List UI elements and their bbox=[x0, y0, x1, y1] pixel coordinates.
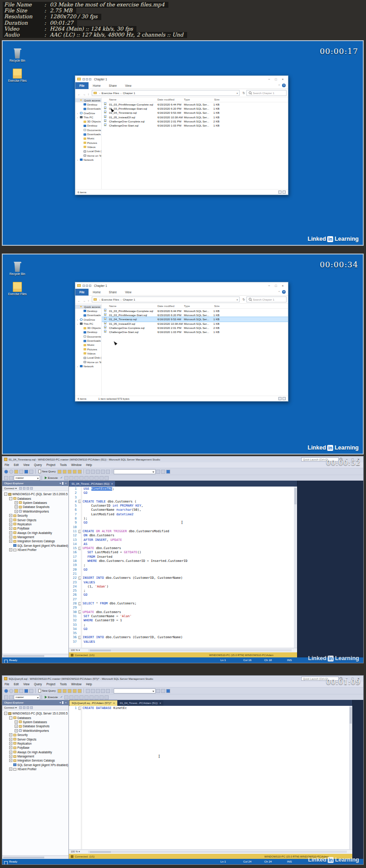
save-icon[interactable] bbox=[24, 689, 28, 693]
tree-node-always-on-high-availability[interactable]: +Always On High Availability bbox=[2, 750, 68, 754]
forward-button[interactable]: → bbox=[83, 299, 86, 302]
tree-node-security[interactable]: +Security bbox=[2, 513, 68, 518]
column-header-type[interactable]: Type bbox=[184, 97, 190, 102]
menu-view[interactable]: View bbox=[21, 682, 32, 687]
cut-icon[interactable] bbox=[86, 470, 90, 474]
menu-view[interactable]: View bbox=[21, 462, 32, 468]
ribbon-tab-share[interactable]: Share bbox=[105, 289, 121, 296]
expand-icon[interactable]: + bbox=[9, 738, 12, 741]
breadcrumb[interactable]: ›Exercise Files›Chapter 1▾ bbox=[92, 296, 240, 302]
parse-icon[interactable]: ✓ bbox=[60, 695, 63, 699]
expand-icon[interactable]: + bbox=[15, 510, 18, 513]
menu-query[interactable]: Query bbox=[32, 682, 44, 687]
sidebar-item-network[interactable]: ›Network bbox=[75, 158, 101, 162]
new-file-icon[interactable] bbox=[14, 470, 18, 474]
pin-icon[interactable] bbox=[62, 482, 63, 485]
sidebar-item-desktop[interactable]: Desktop bbox=[75, 102, 101, 106]
fold-icon[interactable]: − bbox=[78, 602, 82, 605]
details-view-button[interactable] bbox=[278, 397, 282, 400]
copy-icon[interactable] bbox=[91, 470, 95, 474]
expand-icon[interactable]: + bbox=[15, 501, 18, 504]
tree-toolbar-icon[interactable] bbox=[30, 487, 33, 490]
toolbar-icon[interactable] bbox=[94, 695, 99, 699]
file-row[interactable]: ChallengeOne-Start.sql6/16/2020 1:03 PMM… bbox=[102, 123, 288, 127]
new-query-button[interactable]: New Query bbox=[38, 689, 56, 693]
toolbar-icon[interactable] bbox=[74, 476, 78, 480]
toolbar-icon[interactable] bbox=[64, 695, 68, 699]
file-row[interactable]: 01_05_InsteadOf.sql6/16/2020 10:38 AMMic… bbox=[102, 322, 288, 326]
expand-icon[interactable]: + bbox=[15, 725, 18, 728]
toolbar-icon[interactable] bbox=[84, 695, 89, 699]
editor-vscrollbar[interactable] bbox=[349, 706, 352, 849]
breadcrumb[interactable]: ›Exercise Files›Chapter 1▾ bbox=[92, 90, 240, 96]
toolbar-icon[interactable] bbox=[78, 689, 82, 693]
file-row[interactable]: 01_03_PrintMessage-Complete.sql6/15/2020… bbox=[102, 102, 288, 106]
close-icon[interactable]: × bbox=[65, 481, 67, 486]
breadcrumb-item[interactable]: Chapter 1 bbox=[123, 298, 135, 301]
copy-icon[interactable] bbox=[91, 689, 95, 693]
file-row[interactable]: 01_03_PrintMessage-Start.sql6/15/2020 6:… bbox=[102, 313, 288, 317]
back-button[interactable]: ← bbox=[78, 93, 81, 96]
chevron-down-icon[interactable]: ▾ bbox=[78, 850, 80, 853]
redo-icon[interactable] bbox=[106, 689, 110, 693]
navigate-forward-icon[interactable] bbox=[161, 689, 165, 693]
quick-access-toolbar-icon[interactable] bbox=[89, 78, 91, 80]
file-row[interactable]: 01_04_Timestamp.sql6/16/2020 9:53 AMMicr… bbox=[102, 317, 288, 321]
maximize-button[interactable]: □ bbox=[272, 284, 279, 287]
toolbar-icon[interactable] bbox=[73, 470, 77, 474]
tree-toolbar-icon[interactable] bbox=[19, 487, 22, 490]
quick-access-toolbar-icon[interactable] bbox=[83, 285, 85, 287]
save-all-icon[interactable] bbox=[29, 689, 33, 693]
navigate-forward-icon[interactable] bbox=[161, 470, 165, 474]
back-button[interactable]: ← bbox=[78, 299, 81, 302]
connect-object-explorer-icon[interactable] bbox=[4, 470, 8, 474]
tree-node-security[interactable]: +Security bbox=[2, 733, 68, 737]
menu-project[interactable]: Project bbox=[44, 462, 58, 468]
expand-icon[interactable]: + bbox=[9, 523, 12, 526]
expand-icon[interactable]: + bbox=[9, 751, 12, 754]
new-database-query-icon[interactable] bbox=[58, 470, 62, 474]
expand-icon[interactable]: + bbox=[9, 531, 12, 535]
desktop-icon-recycle-bin[interactable]: Recycle Bin bbox=[6, 262, 28, 275]
toolbar-icon[interactable] bbox=[73, 689, 77, 693]
available-databases-icon[interactable] bbox=[4, 695, 8, 699]
fold-icon[interactable]: − bbox=[78, 707, 82, 710]
fold-icon[interactable]: − bbox=[78, 636, 82, 639]
sidebar-item-desktop[interactable]: Desktop bbox=[75, 309, 101, 313]
fold-icon[interactable]: − bbox=[78, 530, 82, 533]
editor-tab[interactable]: 01_04_Timest...PC\Adam (51))× bbox=[118, 700, 163, 706]
up-button[interactable]: ↑ bbox=[88, 93, 89, 96]
file-row[interactable]: 01_04_Timestamp.sql6/16/2020 9:53 AMMicr… bbox=[102, 111, 288, 115]
sidebar-item-local-disk-c[interactable]: Local Disk (C:) bbox=[75, 356, 101, 360]
column-header-name[interactable]: Name bbox=[109, 304, 116, 309]
toolbar-icon[interactable] bbox=[89, 476, 94, 480]
menu-edit[interactable]: Edit bbox=[11, 682, 21, 687]
large-icons-view-button[interactable] bbox=[282, 397, 286, 400]
tree-node-server-objects[interactable]: +Server Objects bbox=[2, 518, 68, 522]
menu-help[interactable]: Help bbox=[84, 462, 94, 468]
undo-icon[interactable] bbox=[101, 689, 105, 693]
tree-node-replication[interactable]: +Replication bbox=[2, 522, 68, 526]
maximize-button[interactable]: □ bbox=[272, 78, 279, 81]
close-icon[interactable]: × bbox=[159, 700, 161, 706]
expand-icon[interactable]: + bbox=[9, 733, 12, 736]
breadcrumb-item[interactable]: Exercise Files bbox=[102, 298, 120, 301]
ribbon-collapse-icon[interactable]: ^ bbox=[278, 84, 280, 87]
column-header-name[interactable]: Name bbox=[109, 97, 116, 102]
search-box[interactable]: Search Chapter 1 bbox=[246, 296, 287, 302]
tree-toolbar-icon[interactable] bbox=[26, 706, 29, 709]
chevron-down-icon[interactable]: ▾ bbox=[237, 92, 238, 95]
sidebar-item-local-disk-c[interactable]: Local Disk (C:) bbox=[75, 149, 101, 153]
sidebar-item-videos[interactable]: Videos bbox=[75, 351, 101, 355]
help-icon[interactable]: ? bbox=[282, 84, 286, 87]
tree-node-management[interactable]: +Management bbox=[2, 754, 68, 758]
help-icon[interactable]: ? bbox=[282, 290, 286, 294]
toolbar-combo[interactable] bbox=[114, 469, 156, 474]
sidebar-item-music[interactable]: Music bbox=[75, 343, 101, 347]
fold-icon[interactable]: − bbox=[78, 577, 82, 580]
toolbar-icon[interactable] bbox=[84, 476, 89, 480]
disconnect-icon[interactable] bbox=[9, 470, 13, 474]
expand-icon[interactable]: + bbox=[9, 755, 12, 758]
tree-node-system-databases[interactable]: +System Databases bbox=[2, 501, 68, 505]
expand-icon[interactable]: + bbox=[9, 540, 12, 543]
